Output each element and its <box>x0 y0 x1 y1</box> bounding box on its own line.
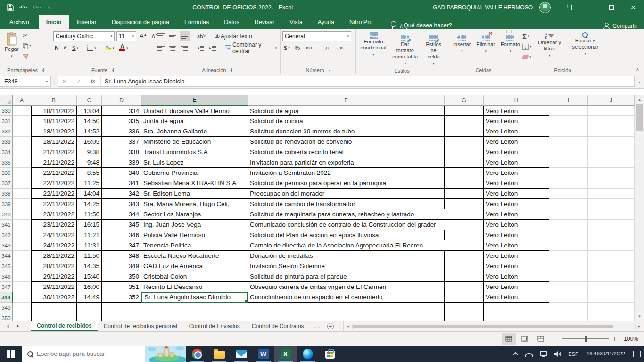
tray-clock[interactable]: 16:49 30/11/2022 <box>582 346 630 362</box>
tab-ayuda[interactable]: Ayuda <box>310 15 342 29</box>
cell-J349[interactable] <box>588 303 635 313</box>
cell-I335[interactable] <box>549 157 588 168</box>
cell-I349[interactable] <box>549 303 588 313</box>
cell-H332[interactable]: Vero Leiton <box>484 126 549 137</box>
tab-disposici-n-de-p-gina[interactable]: Disposición de página <box>104 15 177 29</box>
tray-onedrive[interactable] <box>521 346 537 362</box>
increase-indent-button[interactable] <box>207 43 217 53</box>
cell-I337[interactable] <box>549 178 588 189</box>
cell-I333[interactable] <box>549 137 588 147</box>
cell-C346[interactable]: 15:40 <box>77 272 102 282</box>
cell-A339[interactable] <box>13 199 31 209</box>
cell-H339[interactable]: Vero Leiton <box>484 199 549 209</box>
cell-I334[interactable] <box>549 147 588 157</box>
format-painter-button[interactable] <box>21 51 33 61</box>
cell-I336[interactable] <box>549 168 588 178</box>
cell-B334[interactable]: 21/11/2022 <box>31 147 77 157</box>
close-button[interactable]: × <box>622 0 644 15</box>
cell-C330[interactable]: 13:04 <box>77 106 102 116</box>
more-sheets-indicator[interactable]: ... <box>310 321 325 331</box>
cell-F346[interactable]: Solicitud de pintura para el parque <box>248 272 445 282</box>
cell-B335[interactable]: 21/11/2022 <box>31 157 77 168</box>
font-name-combo[interactable]: Century Gothic▾ <box>53 31 115 41</box>
taskbar-chrome[interactable] <box>186 346 208 362</box>
fill-button[interactable]: ↓▾ <box>521 41 533 52</box>
cell-C338[interactable]: 14:04 <box>77 189 102 199</box>
cell-C336[interactable]: 8:55 <box>77 168 102 178</box>
zoom-level[interactable]: 100% <box>619 336 638 342</box>
column-header-B[interactable]: B <box>31 95 77 106</box>
tab-f-rmulas[interactable]: Fórmulas <box>177 15 216 29</box>
insert-function-button[interactable]: fx <box>86 78 100 85</box>
cell-C350[interactable] <box>77 313 102 321</box>
cell-F347[interactable]: Obsequio carrera de cintas virgen de El … <box>248 282 445 292</box>
cell-J339[interactable] <box>588 199 635 209</box>
row-header-340[interactable]: 340 <box>0 209 13 220</box>
orientation-button[interactable]: ab̸▾ <box>196 31 207 41</box>
prev-sheet-icon[interactable] <box>7 324 9 328</box>
cell-E336[interactable]: Gobierno Provincial <box>141 168 248 178</box>
cell-G342[interactable] <box>445 230 484 240</box>
cell-I342[interactable] <box>549 230 588 240</box>
cell-C344[interactable]: 11:50 <box>77 251 102 261</box>
cell-C333[interactable]: 16:05 <box>77 137 102 147</box>
cancel-entry-button[interactable]: ✕ <box>58 78 72 85</box>
cell-I339[interactable] <box>549 199 588 209</box>
start-button[interactable] <box>0 346 22 362</box>
align-right-button[interactable] <box>180 43 190 53</box>
cell-styles-button[interactable]: Estilos de celda▾ <box>421 30 446 67</box>
cell-G334[interactable] <box>445 147 484 157</box>
name-box-input[interactable] <box>0 78 33 85</box>
cell-I332[interactable] <box>549 126 588 137</box>
cell-A349[interactable] <box>13 303 31 313</box>
cell-G337[interactable] <box>445 178 484 189</box>
cell-J345[interactable] <box>588 261 635 272</box>
cell-D345[interactable]: 349 <box>102 261 141 272</box>
cell-E342[interactable]: Policia Valle Hermoso <box>141 230 248 240</box>
vertical-scroll-track[interactable] <box>635 131 644 312</box>
cell-A331[interactable] <box>13 116 31 126</box>
cell-E338[interactable]: Sr. Edison Lema <box>141 189 248 199</box>
row-header-344[interactable]: 344 <box>0 251 13 261</box>
cell-A336[interactable] <box>13 168 31 178</box>
tab-insertar[interactable]: Insertar <box>69 15 104 29</box>
cell-G335[interactable] <box>445 157 484 168</box>
cell-H344[interactable]: Vero Leiton <box>484 251 549 261</box>
cell-D348[interactable]: 352 <box>102 292 141 303</box>
row-header-349[interactable]: 349 <box>0 303 13 313</box>
italic-button[interactable]: K <box>62 43 69 53</box>
cell-B345[interactable]: 28/11/2022 <box>31 261 77 272</box>
cell-B346[interactable]: 29/11/2022 <box>31 272 77 282</box>
bold-button[interactable]: N <box>53 43 60 53</box>
cell-I345[interactable] <box>549 261 588 272</box>
cell-C342[interactable]: 11:21 <box>77 230 102 240</box>
vertical-scrollbar[interactable]: ▲ ▼ <box>635 95 644 321</box>
row-header-346[interactable]: 346 <box>0 272 13 282</box>
row-header-342[interactable]: 342 <box>0 230 13 240</box>
tab-inicio[interactable]: Inicio <box>39 15 69 29</box>
cell-J334[interactable] <box>588 147 635 157</box>
cell-C348[interactable]: 14:49 <box>77 292 102 303</box>
cell-I347[interactable] <box>549 282 588 292</box>
cell-F335[interactable]: Inivitacion para particiár en expoferia <box>248 157 445 168</box>
merge-center-button[interactable]: Combinar y centrar▾ <box>223 43 278 53</box>
cell-G330[interactable] <box>445 106 484 116</box>
cell-B339[interactable]: 22/11/2022 <box>31 199 77 209</box>
cell-C339[interactable]: 14:25 <box>77 199 102 209</box>
cell-B349[interactable] <box>31 303 77 313</box>
paste-button[interactable]: Pegar▾ <box>2 30 21 60</box>
formula-content[interactable]: Sr. Luna Angulo Isaac Dionicio <box>100 76 635 87</box>
cell-B330[interactable]: 18/11/2022 <box>31 106 77 116</box>
cell-E347[interactable]: Recinto El Descanso <box>141 282 248 292</box>
cell-C347[interactable]: 16:00 <box>77 282 102 292</box>
align-left-button[interactable] <box>156 43 166 53</box>
clipboard-dialog-launcher[interactable] <box>40 68 44 72</box>
cell-D343[interactable]: 347 <box>102 240 141 251</box>
cell-G348[interactable] <box>445 292 484 303</box>
cell-B350[interactable] <box>31 313 77 321</box>
cell-E334[interactable]: TransLluniormotos S.A <box>141 147 248 157</box>
cell-F338[interactable]: Preocupacion del morador <box>248 189 445 199</box>
copy-button[interactable]: ▾ <box>21 41 33 51</box>
underline-button[interactable]: S▾ <box>71 43 80 53</box>
search-highlight-illustration[interactable] <box>145 346 186 362</box>
